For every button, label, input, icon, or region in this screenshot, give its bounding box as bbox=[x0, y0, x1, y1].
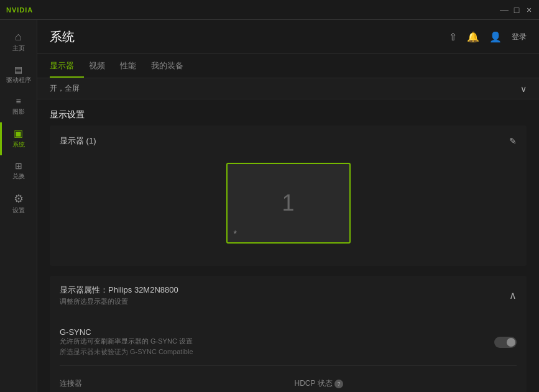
gsync-title: G-SYNC bbox=[60, 327, 193, 337]
profile-icon[interactable]: 👤 bbox=[489, 31, 502, 43]
properties-content: G-SYNC 允许所选可变刷新率显示器的 G-SYNC 设置 所选显示器未被验证… bbox=[50, 315, 527, 392]
content-area: 开，全屏 ∨ 显示设置 显示器 (1) ✎ 1 * bbox=[37, 78, 539, 392]
window-controls: — □ × bbox=[500, 6, 533, 14]
properties-subtitle: 调整所选显示器的设置 bbox=[60, 297, 178, 306]
page-title: 系统 bbox=[50, 29, 75, 45]
tab-my-devices[interactable]: 我的装备 bbox=[151, 54, 193, 78]
dropdown-chevron-down-icon[interactable]: ∨ bbox=[520, 84, 527, 94]
gsync-info: G-SYNC 允许所选可变刷新率显示器的 G-SYNC 设置 所选显示器未被验证… bbox=[60, 327, 193, 357]
edit-icon[interactable]: ✎ bbox=[509, 136, 517, 146]
login-button[interactable]: 登录 bbox=[512, 32, 527, 42]
display-panel: 显示器 (1) ✎ 1 * bbox=[50, 125, 527, 266]
sidebar-item-settings[interactable]: ⚙ 设置 bbox=[0, 187, 37, 221]
sidebar-item-photos[interactable]: ≡ 图影 bbox=[0, 91, 37, 122]
header: 系统 ⇧ 🔔 👤 登录 bbox=[37, 20, 539, 54]
sidebar-item-drivers[interactable]: ▤ 驱动程序 bbox=[0, 59, 37, 91]
sidebar-label-home: 主页 bbox=[12, 44, 25, 53]
collapse-icon[interactable]: ∧ bbox=[509, 289, 517, 301]
fullscreen-dropdown-row: 开，全屏 ∨ bbox=[37, 78, 539, 99]
maximize-button[interactable]: □ bbox=[513, 6, 520, 14]
sidebar-item-redeem[interactable]: ⊞ 兑换 bbox=[0, 155, 37, 187]
close-button[interactable]: × bbox=[525, 6, 533, 14]
hdcp-group: HDCP 状态 ? 支持 bbox=[295, 378, 517, 392]
sidebar: ⌂ 主页 ▤ 驱动程序 ≡ 图影 ▣ 系统 ⊞ 兑换 ⚙ 设置 bbox=[0, 20, 37, 392]
monitor-box: 1 * bbox=[226, 163, 351, 244]
display-panel-header: 显示器 (1) ✎ bbox=[60, 135, 517, 147]
drivers-icon: ▤ bbox=[14, 65, 22, 74]
app-container: ⌂ 主页 ▤ 驱动程序 ≡ 图影 ▣ 系统 ⊞ 兑换 ⚙ 设置 系统 ⇧ bbox=[0, 20, 539, 392]
hdcp-label: HDCP 状态 ? bbox=[295, 378, 517, 389]
connector-hdcp-grid: 连接器 DisplayPort - PC 显示器 HDCP 状态 ? bbox=[60, 372, 517, 392]
tabs-bar: 显示器 视频 性能 我的装备 bbox=[37, 54, 539, 78]
connector-label: 连接器 bbox=[60, 378, 282, 389]
gsync-note: 所选显示器未被验证为 G-SYNC Compatible bbox=[60, 347, 193, 357]
settings-icon: ⚙ bbox=[14, 193, 24, 204]
monitor-visual: 1 * bbox=[60, 157, 517, 256]
properties-title: 显示器属性：Philips 32M2N8800 bbox=[60, 285, 178, 296]
nvidia-logo: NVIDIA bbox=[6, 6, 33, 14]
fullscreen-value: 开，全屏 bbox=[50, 83, 80, 94]
minimize-button[interactable]: — bbox=[500, 6, 508, 14]
titlebar: NVIDIA — □ × bbox=[0, 0, 539, 20]
properties-header-left: 显示器属性：Philips 32M2N8800 调整所选显示器的设置 bbox=[60, 285, 178, 306]
toggle-knob bbox=[507, 338, 515, 347]
sidebar-label-drivers: 驱动程序 bbox=[6, 76, 31, 84]
gsync-toggle[interactable] bbox=[494, 337, 517, 348]
properties-header[interactable]: 显示器属性：Philips 32M2N8800 调整所选显示器的设置 ∧ bbox=[50, 276, 527, 315]
sidebar-item-home[interactable]: ⌂ 主页 bbox=[0, 25, 37, 59]
properties-section: 显示器属性：Philips 32M2N8800 调整所选显示器的设置 ∧ G-S… bbox=[50, 276, 527, 392]
gsync-desc: 允许所选可变刷新率显示器的 G-SYNC 设置 bbox=[60, 337, 193, 346]
display-panel-title: 显示器 (1) bbox=[60, 135, 96, 147]
gsync-row: G-SYNC 允许所选可变刷新率显示器的 G-SYNC 设置 所选显示器未被验证… bbox=[60, 321, 517, 366]
sidebar-label-redeem: 兑换 bbox=[12, 172, 25, 181]
tab-display[interactable]: 显示器 bbox=[50, 54, 84, 78]
sidebar-label-photos: 图影 bbox=[12, 107, 25, 116]
sidebar-label-system: 系统 bbox=[12, 140, 25, 149]
hdcp-label-text: HDCP 状态 bbox=[295, 379, 333, 388]
system-icon: ▣ bbox=[14, 129, 23, 139]
redeem-icon: ⊞ bbox=[15, 162, 22, 170]
connector-group: 连接器 DisplayPort - PC 显示器 bbox=[60, 378, 282, 392]
notification-icon[interactable]: 🔔 bbox=[467, 31, 479, 43]
header-actions: ⇧ 🔔 👤 登录 bbox=[449, 31, 527, 43]
share-icon[interactable]: ⇧ bbox=[449, 31, 457, 43]
monitor-star: * bbox=[234, 229, 237, 239]
sidebar-item-system[interactable]: ▣ 系统 bbox=[0, 122, 37, 155]
home-icon: ⌂ bbox=[15, 31, 22, 42]
hdcp-help-icon[interactable]: ? bbox=[334, 380, 343, 388]
photos-icon: ≡ bbox=[16, 97, 21, 106]
tab-video[interactable]: 视频 bbox=[89, 54, 115, 78]
main-content: 系统 ⇧ 🔔 👤 登录 显示器 视频 性能 我的装备 开，全屏 ∨ 显示设置 bbox=[37, 20, 539, 392]
gsync-header: G-SYNC 允许所选可变刷新率显示器的 G-SYNC 设置 所选显示器未被验证… bbox=[60, 327, 517, 357]
monitor-number: 1 bbox=[282, 190, 294, 216]
sidebar-label-settings: 设置 bbox=[12, 206, 25, 215]
display-settings-title: 显示设置 bbox=[37, 99, 539, 125]
tab-performance[interactable]: 性能 bbox=[120, 54, 146, 78]
